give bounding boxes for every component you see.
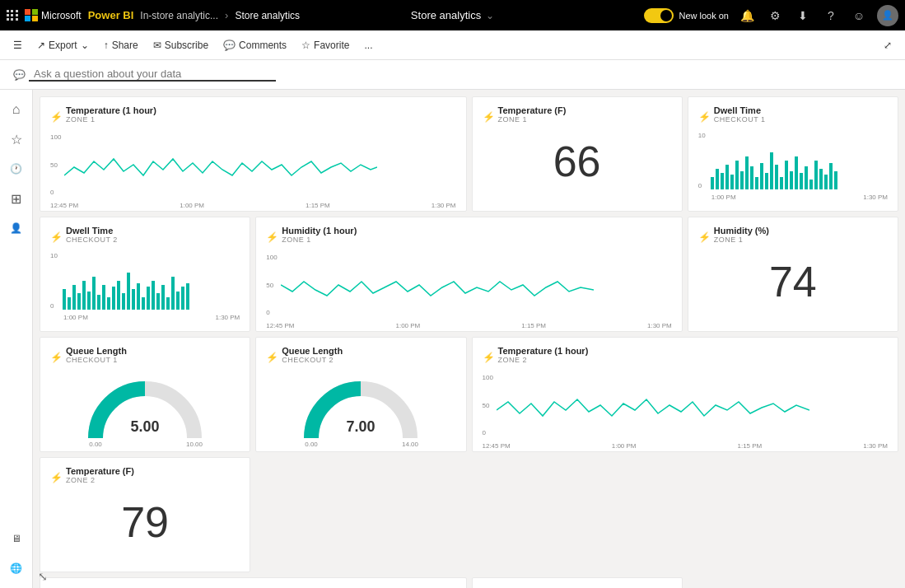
share-icon: ↑ [104,40,109,51]
card-icon-10: ⚡ [50,472,63,483]
svg-rect-12 [770,152,773,189]
sidebar-item-favorites[interactable]: ☆ [3,126,30,152]
qa-bar: 💬 [0,60,905,90]
sidebar-item-data[interactable]: 🖥 [3,525,30,552]
subscribe-button[interactable]: ✉ Subscribe [147,36,215,54]
svg-rect-1 [716,169,719,189]
card-icon-2: ⚡ [483,111,495,123]
secondary-navigation: ☰ ↗ Export ⌄ ↑ Share ✉ Subscribe 💬 Comme… [0,30,905,60]
card-icon-3: ⚡ [698,111,711,123]
svg-rect-17 [795,156,798,189]
svg-rect-30 [82,281,86,310]
card-icon-5: ⚡ [266,231,278,243]
humidity-zone2-line-card: ⚡ Humidity (1 hour) ZONE 2 100500 12:45 … [40,577,467,588]
svg-rect-9 [755,177,758,189]
svg-rect-4 [730,175,734,189]
breadcrumb-current: Store analytics [235,10,300,21]
export-icon: ↗ [37,40,45,51]
dwell-checkout2-title: Dwell Time [66,226,118,236]
help-icon[interactable]: ? [821,6,841,26]
avatar[interactable]: 👤 [877,5,898,26]
bottom-expand-icon[interactable]: ⤡ [38,570,48,583]
export-button[interactable]: ↗ Export ⌄ [30,36,96,54]
svg-rect-29 [77,293,81,310]
sidebar-item-apps[interactable]: ⊞ [3,185,30,212]
temp-zone1-num-title: Temperature (F) [498,105,567,115]
svg-rect-38 [122,293,125,310]
feedback-icon[interactable]: ☺ [849,6,869,26]
temp-zone1-labels: 12:45 PM1:00 PM1:15 PM1:30 PM [50,202,456,209]
svg-rect-27 [68,297,71,310]
svg-rect-3 [725,165,729,189]
svg-rect-10 [760,163,763,189]
queue-checkout1-gauge: 5.00 0.00 10.00 [83,372,207,446]
humidity-zone1-line-card: ⚡ Humidity (1 hour) ZONE 1 100500 12:45 … [255,217,683,332]
queue-checkout1-title: Queue Length [66,346,127,356]
dwell-checkout2-subtitle: CHECKOUT 2 [66,236,118,244]
sidebar-item-recent[interactable]: 🕐 [3,156,30,182]
fullscreen-button[interactable]: ⤢ [877,36,898,54]
temp-zone1-subtitle: ZONE 1 [66,115,156,124]
left-sidebar: ⌂ ☆ 🕐 ⊞ 👤 🖥 🌐 [0,90,33,588]
svg-text:10.00: 10.00 [186,441,203,446]
svg-rect-43 [147,287,150,310]
svg-text:5.00: 5.00 [131,418,160,435]
svg-rect-47 [166,297,170,310]
card-icon-9: ⚡ [483,352,495,363]
queue-checkout1-subtitle: CHECKOUT 1 [66,356,127,364]
new-look-toggle[interactable] [644,8,674,23]
svg-rect-37 [117,281,120,310]
download-icon[interactable]: ⬇ [793,6,813,26]
svg-rect-22 [819,169,823,189]
svg-rect-5 [735,161,739,189]
svg-rect-28 [72,285,76,310]
title-chevron[interactable]: ⌄ [486,10,494,21]
svg-rect-21 [814,161,818,189]
more-button[interactable]: ... [357,36,379,54]
qa-input[interactable] [29,68,276,82]
humidity-zone1-num-card: ⚡ Humidity (%) ZONE 1 74 [688,217,898,332]
svg-rect-15 [785,161,788,189]
expand-sidebar-button[interactable]: ☰ [7,36,29,54]
svg-rect-51 [186,283,189,310]
svg-rect-23 [824,175,828,189]
svg-rect-14 [780,177,783,189]
queue-checkout2-gauge: 7.00 0.00 14.00 [299,372,422,446]
humidity-zone1-title: Humidity (1 hour) [282,226,357,236]
svg-rect-39 [127,273,130,310]
microsoft-label: Microsoft [41,10,82,21]
svg-rect-50 [181,287,184,310]
favorite-button[interactable]: ☆ Favorite [295,36,356,54]
sidebar-item-learn[interactable]: 🌐 [3,555,30,581]
temp-zone1-title: Temperature (1 hour) [66,105,156,115]
dwell-checkout1-title: Dwell Time [714,105,766,115]
svg-rect-44 [152,281,155,310]
svg-rect-34 [102,285,105,310]
qa-icon: 💬 [13,69,26,81]
svg-rect-13 [775,165,778,189]
sidebar-item-home[interactable]: ⌂ [3,96,30,123]
dwell-checkout1-chart [709,132,841,194]
share-button[interactable]: ↑ Share [97,36,145,54]
svg-rect-49 [176,292,180,310]
svg-rect-7 [745,156,749,189]
humidity-zone1-labels: 12:45 PM1:00 PM1:15 PM1:30 PM [266,322,672,329]
svg-text:7.00: 7.00 [347,418,376,435]
temp-zone2-subtitle: ZONE 2 [498,356,589,364]
breadcrumb-parent[interactable]: In-store analytic... [140,10,218,21]
dwell-checkout2-card: ⚡ Dwell Time CHECKOUT 2 100 [40,217,250,332]
comments-icon: 💬 [223,40,236,51]
temp-zone2-line-card: ⚡ Temperature (1 hour) ZONE 2 100500 12:… [472,337,899,452]
new-look-label: New look on [679,11,729,21]
microsoft-logo: Microsoft [25,9,82,22]
settings-icon[interactable]: ⚙ [765,6,785,26]
svg-rect-42 [142,297,145,310]
svg-rect-35 [107,297,110,310]
sidebar-item-people[interactable]: 👤 [3,215,30,241]
comments-button[interactable]: 💬 Comments [217,36,293,54]
waffle-menu-icon[interactable] [7,10,18,21]
notifications-icon[interactable]: 🔔 [737,6,757,26]
powerbi-logo: Power BI [88,9,134,21]
favorite-icon: ☆ [301,40,310,51]
card-icon-7: ⚡ [50,352,63,363]
